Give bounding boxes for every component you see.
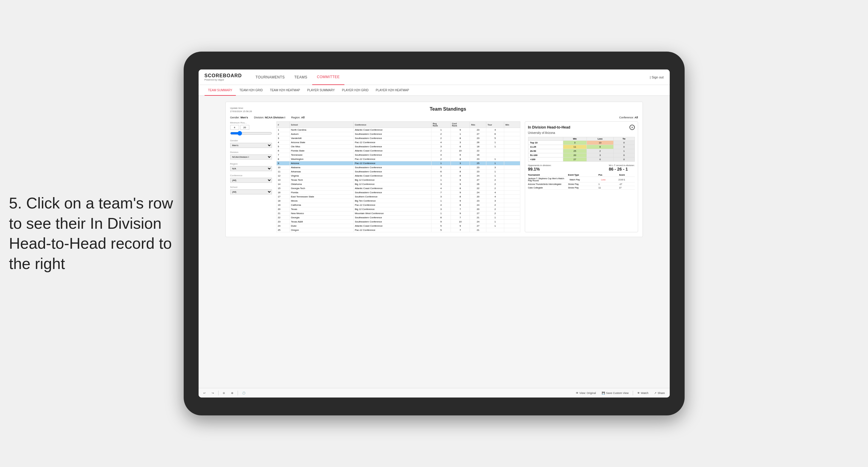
table-row[interactable]: 5 Ole Miss Southeastern Conference 3 6 1…	[276, 145, 520, 149]
toolbar-separator-1	[218, 391, 219, 396]
cell-conf: Pac-12 Conference	[353, 141, 431, 145]
zoom-out-button[interactable]: ⊖	[221, 391, 227, 395]
max-rounds-input[interactable]	[240, 125, 249, 130]
toolbar-separator-3	[633, 391, 633, 396]
cell-crank: 3	[451, 161, 470, 165]
table-row[interactable]: 10 Alabama Southeastern Conference 5 8 2…	[276, 165, 520, 170]
watch-icon: 👁	[637, 392, 640, 395]
division-select[interactable]: NCAA Division I	[230, 154, 272, 160]
cell-school: Tennessee	[289, 153, 353, 157]
table-row[interactable]: 25 Oregon Pac-12 Conference 5 7 21	[276, 228, 520, 232]
cell-reg: 3	[431, 174, 451, 178]
cell-num: 1	[276, 128, 289, 132]
division-filter-label: Division: NCAA Division I	[254, 116, 285, 119]
table-row[interactable]: 19 California Pac-12 Conference 4 8 24 2	[276, 203, 520, 207]
cell-tour: 2	[486, 203, 504, 207]
undo-button[interactable]: ↩	[202, 391, 208, 395]
cell-reg: 3	[431, 182, 451, 186]
table-row[interactable]: 23 Texas A&M Southeastern Conference 9 1…	[276, 220, 520, 224]
h2h-cell-label: 51-100	[528, 153, 563, 157]
table-row[interactable]: 3 Vanderbilt Southeastern Conference 2 8…	[276, 136, 520, 141]
cell-crank: 7	[451, 207, 470, 212]
subnav-player-h2h-heatmap[interactable]: PLAYER H2H HEATMAP	[372, 85, 413, 96]
subnav-team-h2h-grid[interactable]: TEAM H2H GRID	[236, 85, 266, 96]
cell-reg: 5	[431, 224, 451, 228]
table-row[interactable]: 22 Georgia Southeastern Conference 8 7 2…	[276, 216, 520, 220]
cell-crank: 8	[451, 136, 470, 141]
table-row[interactable]: 15 Georgia Tech Atlantic Coast Conferenc…	[276, 186, 520, 191]
table-row[interactable]: 8 Washington Pac-12 Conference 2 8 23 1	[276, 157, 520, 161]
nav-teams[interactable]: TEAMS	[289, 69, 312, 85]
table-row[interactable]: 16 Florida Southeastern Conference 7 9 2…	[276, 191, 520, 195]
subnav-team-summary[interactable]: TEAM SUMMARY	[205, 85, 236, 96]
h2h-cell-label: 26-50	[528, 149, 563, 153]
h2h-cell-win: 3	[563, 141, 587, 145]
cell-win	[504, 174, 520, 178]
watch-button[interactable]: 👁 Watch	[636, 391, 650, 395]
cell-reg: 3	[431, 207, 451, 212]
sign-out-button[interactable]: | Sign out	[650, 75, 663, 79]
cell-conf: Pac-12 Conference	[353, 203, 431, 207]
sub-nav: TEAM SUMMARY TEAM H2H GRID TEAM H2H HEAT…	[198, 85, 670, 96]
cell-rds: 23	[470, 170, 486, 174]
h2h-close-button[interactable]: ✕	[629, 125, 635, 130]
conference-select[interactable]: (All)	[230, 178, 272, 183]
table-row[interactable]: 17 East Tennessee State Southern Confere…	[276, 195, 520, 199]
cell-reg: 2	[431, 136, 451, 141]
school-select[interactable]: (All)	[230, 189, 272, 194]
table-row[interactable]: 18 Illinois Big Ten Conference 1 9 23 3	[276, 199, 520, 203]
table-row[interactable]: 4 Arizona State Pac-12 Conference 4 3 26…	[276, 141, 520, 145]
cell-tour	[486, 153, 504, 157]
table-row[interactable]: 6 Florida State Atlantic Coast Conferenc…	[276, 149, 520, 153]
tour-col-tournament: Tournament	[528, 174, 567, 176]
table-row[interactable]: 24 Duke Atlantic Coast Conference 5 9 27…	[276, 224, 520, 228]
table-row[interactable]: 11 Arkansas Southeastern Conference 6 8 …	[276, 170, 520, 174]
cell-num: 15	[276, 186, 289, 191]
cell-rds: 21	[470, 228, 486, 232]
col-tour: Tour	[486, 122, 504, 128]
cell-school: Oregon	[289, 228, 353, 232]
cell-num: 16	[276, 191, 289, 195]
view-original-button[interactable]: 👁 View: Original	[574, 391, 597, 395]
subnav-player-summary[interactable]: PLAYER SUMMARY	[304, 85, 338, 96]
table-row[interactable]: 20 Texas Big 12 Conference 3 7 20 2	[276, 207, 520, 212]
col-conference: Conference	[353, 122, 431, 128]
zoom-in-button[interactable]: ⊕	[229, 391, 235, 395]
min-rounds-input[interactable]	[230, 125, 239, 130]
table-row[interactable]: 9 Arizona Pac-12 Conference 1 3 25 1	[276, 161, 520, 165]
h2h-col-win: Win	[563, 137, 587, 141]
table-row[interactable]: 12 Virginia Atlantic Coast Conference 3 …	[276, 174, 520, 178]
table-row[interactable]: 2 Auburn Southeastern Conference 2 1 27 …	[276, 132, 520, 136]
cell-school: Oklahoma	[289, 182, 353, 186]
share-button[interactable]: ↗ Share	[652, 391, 666, 395]
gender-select[interactable]: Men's	[230, 143, 272, 148]
table-row[interactable]: 13 Texas Tech Big 12 Conference 1 9 27 2	[276, 178, 520, 182]
save-custom-button[interactable]: 💾 Save Custom View	[600, 391, 630, 395]
cell-school: Arizona	[289, 161, 353, 165]
cell-school: East Tennessee State	[289, 195, 353, 199]
cell-tour: 4	[486, 195, 504, 199]
subnav-player-h2h-grid[interactable]: PLAYER H2H GRID	[338, 85, 372, 96]
school-filter: School (All)	[230, 186, 272, 194]
redo-button[interactable]: ↪	[210, 391, 216, 395]
table-row[interactable]: 7 Tennessee Southeastern Conference 4 6 …	[276, 153, 520, 157]
cell-conf: Mountain West Conference	[353, 212, 431, 216]
nav-committee[interactable]: COMMITTEE	[312, 69, 345, 85]
cell-rds: 27	[470, 212, 486, 216]
table-row[interactable]: 1 North Carolina Atlantic Coast Conferen…	[276, 128, 520, 132]
cell-num: 23	[276, 220, 289, 224]
subnav-team-h2h-heatmap[interactable]: TEAM H2H HEATMAP	[266, 85, 304, 96]
nav-tournaments[interactable]: TOURNAMENTS	[251, 69, 289, 85]
region-select[interactable]: N/A	[230, 166, 272, 171]
clock-button[interactable]: 🕐	[240, 391, 247, 395]
cell-rds: 24	[470, 220, 486, 224]
rounds-slider[interactable]	[230, 131, 272, 136]
cell-crank: 9	[451, 212, 470, 216]
zoom-out-icon: ⊖	[223, 392, 225, 395]
cell-win	[504, 212, 520, 216]
cell-win	[504, 182, 520, 186]
content-body: Minimum Rou... Gender Men's	[230, 121, 638, 232]
table-row[interactable]: 21 New Mexico Mountain West Conference 1…	[276, 212, 520, 216]
h2h-cell-label: Top 10	[528, 141, 563, 145]
table-row[interactable]: 14 Oklahoma Big 12 Conference 3 9 26 2	[276, 182, 520, 186]
